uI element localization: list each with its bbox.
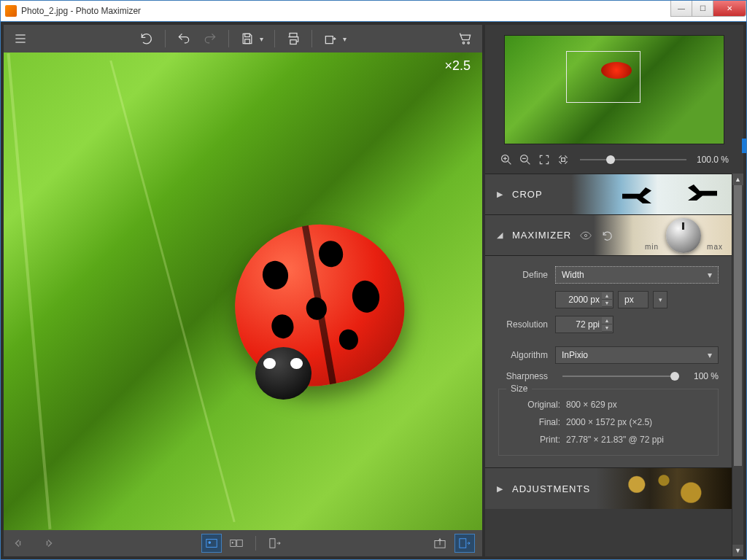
chevron-down-icon: ◢ xyxy=(497,230,503,240)
chevron-right-icon: ▶ xyxy=(497,190,503,199)
svg-rect-13 xyxy=(236,540,242,547)
section-adjustments-header[interactable]: ▶ ADJUSTMENTS xyxy=(485,468,732,509)
svg-point-11 xyxy=(208,541,211,544)
size-final-label: Final: xyxy=(512,417,560,427)
svg-line-23 xyxy=(527,161,530,164)
width-input[interactable]: 2000 px ▲▼ xyxy=(555,291,614,308)
define-value: Width xyxy=(562,270,584,280)
dropdown-icon: ▾ xyxy=(708,270,712,280)
hamburger-icon[interactable] xyxy=(9,28,31,49)
save-icon[interactable] xyxy=(236,28,258,49)
size-original-label: Original: xyxy=(512,400,560,410)
separator xyxy=(165,30,166,47)
spin-down-icon[interactable]: ▼ xyxy=(602,300,612,307)
zoom-readout: 100.0 % xyxy=(697,155,729,165)
resolution-value: 72 ppi xyxy=(576,319,600,330)
size-final-value: 2000 × 1572 px (×2.5) xyxy=(566,417,652,427)
zoom-in-icon[interactable] xyxy=(500,153,513,166)
scroll-up-icon[interactable]: ▲ xyxy=(732,174,743,185)
zoom-out-icon[interactable] xyxy=(519,153,532,166)
minimize-button[interactable]: — xyxy=(670,1,692,17)
preview-area xyxy=(485,25,743,149)
app-shell: ▾ ▾ xyxy=(0,22,747,560)
svg-rect-10 xyxy=(206,540,216,548)
resolution-input[interactable]: 72 ppi ▲▼ xyxy=(555,316,614,333)
navigator-preview[interactable] xyxy=(504,35,724,144)
gears-graphic xyxy=(596,468,732,509)
reset-section-icon[interactable] xyxy=(600,229,614,242)
knob-max-label: max xyxy=(707,243,723,251)
section-crop-header[interactable]: ▶ CROP xyxy=(485,174,732,215)
svg-rect-6 xyxy=(290,40,296,44)
svg-rect-5 xyxy=(290,34,297,37)
share-dropdown-icon[interactable]: ▾ xyxy=(343,35,350,43)
section-maximizer-label: MAXIMIZER xyxy=(512,230,571,241)
app-icon xyxy=(5,5,17,17)
svg-rect-15 xyxy=(269,539,274,548)
right-scrollbar[interactable]: ▲ ▼ xyxy=(732,174,743,556)
export-side-icon[interactable] xyxy=(454,534,475,553)
open-icon[interactable] xyxy=(430,534,450,553)
window-controls: — ☐ ✕ xyxy=(671,1,746,21)
left-panel: ▾ ▾ xyxy=(1,22,484,559)
next-arrows-icon[interactable] xyxy=(36,534,56,553)
share-icon[interactable] xyxy=(320,28,341,49)
section-maximizer-header[interactable]: ◢ MAXIMIZER min max xyxy=(485,215,732,256)
chevron-right-icon: ▶ xyxy=(497,484,503,494)
spin-down-icon[interactable]: ▼ xyxy=(602,324,612,332)
panel-collapse-tab[interactable] xyxy=(742,139,746,153)
separator xyxy=(311,30,312,47)
prev-arrows-icon[interactable] xyxy=(11,534,31,553)
apply-icon[interactable] xyxy=(265,534,285,553)
maximize-button[interactable]: ☐ xyxy=(692,1,713,17)
spin-up-icon[interactable]: ▲ xyxy=(602,317,612,324)
separator xyxy=(274,30,275,47)
scroll-thumb[interactable] xyxy=(734,185,742,466)
visibility-icon[interactable] xyxy=(580,231,592,240)
cart-icon[interactable] xyxy=(454,28,476,49)
save-dropdown-icon[interactable]: ▾ xyxy=(260,35,267,43)
reset-icon[interactable] xyxy=(136,28,158,49)
size-print-value: 27.78" × 21.83" @ 72 ppi xyxy=(566,435,664,445)
size-title: Size xyxy=(506,384,532,394)
dropdown-icon: ▾ xyxy=(708,350,712,360)
define-select[interactable]: Width ▾ xyxy=(555,266,719,284)
scroll-track[interactable] xyxy=(732,185,743,545)
svg-point-26 xyxy=(585,234,587,236)
resolution-label: Resolution xyxy=(498,319,555,330)
sharpness-value: 100 % xyxy=(694,371,719,381)
compare-view-icon[interactable] xyxy=(226,534,247,553)
svg-rect-3 xyxy=(245,34,250,36)
width-value: 2000 px xyxy=(568,295,600,305)
navigator-viewport[interactable] xyxy=(566,51,640,103)
unit-dropdown[interactable]: ▾ xyxy=(653,291,667,308)
slider-thumb[interactable] xyxy=(606,155,615,164)
scroll-down-icon[interactable]: ▼ xyxy=(732,545,743,556)
window-title: Photo_2.jpg - Photo Maximizer xyxy=(21,6,671,16)
algorithm-select[interactable]: InPixio ▾ xyxy=(555,346,719,364)
image-canvas[interactable]: ×2.5 xyxy=(4,52,482,530)
slider-thumb[interactable] xyxy=(670,372,679,381)
accordion-sections: ▶ CROP ◢ MAXIMIZER min max Define Wi xyxy=(485,174,732,556)
svg-rect-17 xyxy=(460,539,466,548)
svg-rect-4 xyxy=(245,39,250,44)
sharpness-slider[interactable] xyxy=(562,376,679,377)
algorithm-label: Algorithm xyxy=(498,350,555,360)
zoom-slider[interactable] xyxy=(580,159,686,160)
define-label: Define xyxy=(498,270,555,280)
titlebar: Photo_2.jpg - Photo Maximizer — ☐ ✕ xyxy=(0,0,747,22)
redo-icon[interactable] xyxy=(199,28,221,49)
svg-point-9 xyxy=(468,42,470,44)
right-panel: 100.0 % ▶ CROP ◢ MAXIMIZER min max Defin… xyxy=(484,22,746,559)
single-view-icon[interactable] xyxy=(201,534,222,553)
print-icon[interactable] xyxy=(282,28,304,49)
close-button[interactable]: ✕ xyxy=(713,1,746,17)
size-group: Size Original: 800 × 629 px Final: 2000 … xyxy=(498,389,719,456)
size-print-label: Print: xyxy=(512,435,560,445)
fit-screen-icon[interactable] xyxy=(538,153,551,166)
section-crop-label: CROP xyxy=(512,189,543,200)
svg-rect-25 xyxy=(562,158,565,162)
actual-size-icon[interactable] xyxy=(557,153,570,166)
undo-icon[interactable] xyxy=(173,28,195,49)
spin-up-icon[interactable]: ▲ xyxy=(602,292,612,300)
